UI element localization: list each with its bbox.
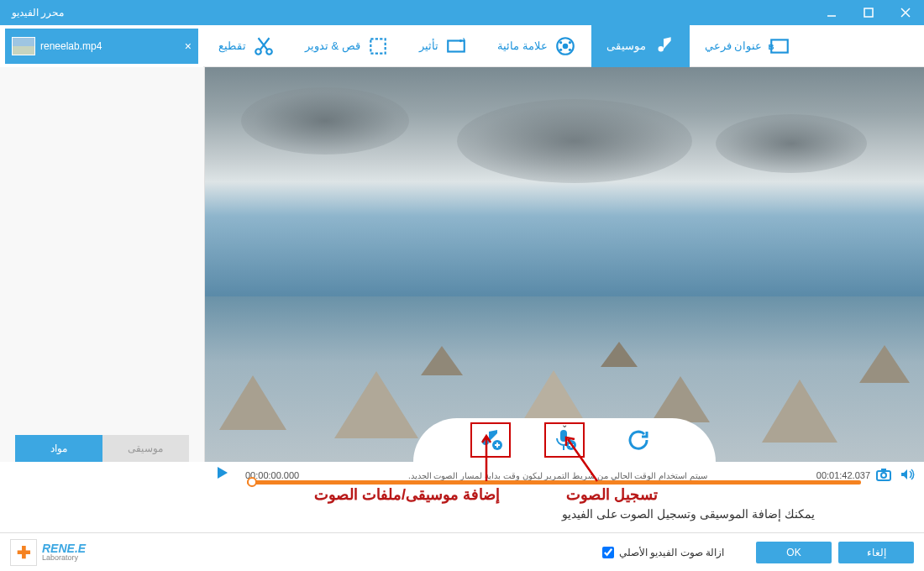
tab-watermark[interactable]: علامة مائية [482,25,591,67]
maximize-button[interactable] [850,0,887,25]
tab-cut[interactable]: تقطيع [203,25,290,67]
file-name: reneelab.mp4 [40,40,102,52]
file-thumbnail [12,37,35,55]
svg-rect-7 [448,40,465,51]
svg-rect-1 [864,8,873,17]
tab-music[interactable]: موسيقى [591,25,690,67]
svg-point-11 [559,41,561,44]
remove-audio-input[interactable] [602,547,614,558]
annotation-description: يمكنك إضافة الموسيقى وتسجيل الصوت على ال… [562,507,815,521]
dropdown-caret-icon[interactable]: ⌄ [561,420,568,429]
minimize-button[interactable] [813,0,850,25]
titlebar: محرر الفيديو [0,0,924,25]
file-tab[interactable]: reneelab.mp4 × [5,29,198,64]
refresh-button[interactable] [618,422,659,458]
logo-icon: ✚ [10,539,37,566]
annotation-record-audio: تسجيل الصوت [566,485,658,504]
main-toolbar: تقطيع قص & تدوير تأثير علامة مائية موسيق… [203,25,924,67]
svg-text:SUB: SUB [769,42,774,51]
sidebar: مواد موسيقى [0,67,205,462]
svg-point-12 [568,41,570,44]
svg-point-10 [562,43,568,49]
callout-annotations: إضافة موسيقى/ملفات الصوت تسجيل الصوت يمك… [205,470,924,521]
video-preview: ⌄ [205,67,924,462]
sidebar-tab-music[interactable]: موسيقى [102,435,190,462]
svg-point-8 [459,39,462,41]
svg-point-13 [559,48,561,50]
svg-point-14 [568,48,570,50]
tab-effect[interactable]: تأثير [404,25,482,67]
tab-crop-rotate[interactable]: قص & تدوير [290,25,404,67]
ok-button[interactable]: OK [756,542,832,563]
tab-subtitle[interactable]: SUB عنوان فرعي [690,25,806,67]
close-file-icon[interactable]: × [185,39,192,53]
footer: ✚ RENE.ELaboratory ازالة صوت الفيديو الأ… [0,532,924,571]
annotation-add-music: إضافة موسيقى/ملفات الصوت [314,485,500,504]
svg-rect-6 [370,39,385,53]
window-title: محرر الفيديو [12,7,64,18]
remove-original-audio-checkbox[interactable]: ازالة صوت الفيديو الأصلي [602,547,724,558]
sidebar-tab-materials[interactable]: مواد [15,435,102,462]
app-logo: ✚ RENE.ELaboratory [10,539,86,566]
cancel-button[interactable]: إلغاء [838,542,914,563]
close-button[interactable] [887,0,924,25]
